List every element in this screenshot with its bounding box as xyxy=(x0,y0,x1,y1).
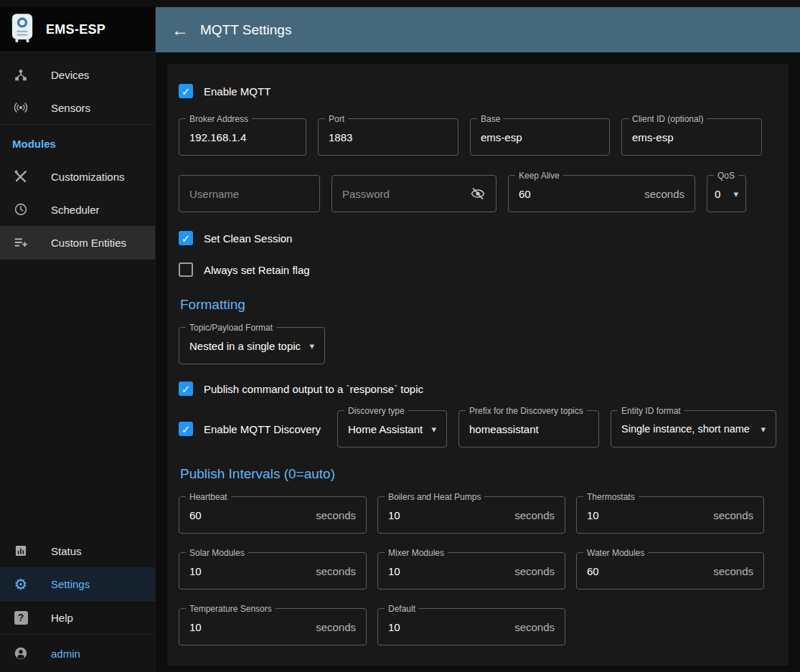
sidebar-item-label: Sensors xyxy=(51,102,90,114)
field-value: 1883 xyxy=(329,131,352,143)
clean-session-row[interactable]: ✓ Set Clean Session xyxy=(179,228,777,248)
client-id-field[interactable]: Client ID (optional) ems-esp xyxy=(621,118,762,156)
check-icon: ✓ xyxy=(182,86,191,97)
field-suffix: seconds xyxy=(514,621,555,633)
mixer-modules-interval-field[interactable]: Mixer Modules 10 seconds xyxy=(377,552,565,590)
sidebar-item-devices[interactable]: Devices xyxy=(0,58,155,91)
back-arrow-icon: ← xyxy=(171,20,189,40)
field-value: Nested in a single topic xyxy=(189,340,301,352)
sidebar-item-customizations[interactable]: Customizations xyxy=(0,160,155,193)
sidebar-item-settings[interactable]: ⚙ Settings xyxy=(0,567,155,600)
username-field[interactable]: Username xyxy=(179,175,320,212)
account-circle-icon xyxy=(12,645,29,662)
sidebar-item-label: Custom Entities xyxy=(51,237,126,249)
field-suffix: seconds xyxy=(514,565,555,577)
keep-alive-field[interactable]: Keep Alive 60 seconds xyxy=(508,175,695,212)
default-interval-field[interactable]: Default 10 seconds xyxy=(377,608,565,645)
sidebar-item-help[interactable]: ? Help xyxy=(0,601,155,634)
field-label: Boilers and Heat Pumps xyxy=(385,492,484,502)
page-title: MQTT Settings xyxy=(200,22,291,38)
custom-entities-icon xyxy=(12,234,29,251)
qos-select[interactable]: QoS 0 ▾ xyxy=(707,175,746,212)
field-label: Prefix for the Discovery topics xyxy=(466,406,587,416)
app-root: EMS-ESP Devices xyxy=(0,7,800,672)
clean-session-checkbox[interactable]: ✓ xyxy=(179,231,193,245)
heartbeat-interval-field[interactable]: Heartbeat 60 seconds xyxy=(179,496,367,534)
field-value: ems-esp xyxy=(481,131,522,143)
publish-response-checkbox[interactable]: ✓ xyxy=(179,382,193,396)
entity-id-format-select[interactable]: Entity ID format Single instance, short … xyxy=(611,410,776,448)
sidebar-item-custom-entities[interactable]: Custom Entities xyxy=(0,226,155,259)
password-field[interactable]: Password xyxy=(331,175,497,212)
broker-address-field[interactable]: Broker Address 192.168.1.4 xyxy=(179,118,306,156)
field-label: Discovery type xyxy=(344,406,408,416)
port-field[interactable]: Port 1883 xyxy=(318,118,458,156)
field-label: Port xyxy=(325,114,348,124)
devices-icon xyxy=(12,66,29,83)
chevron-down-icon: ▾ xyxy=(753,424,766,435)
discovery-type-select[interactable]: Discovery type Home Assistant ▾ xyxy=(337,410,447,448)
content-area: ✓ Enable MQTT Broker Address 192.168.1.4… xyxy=(156,52,800,672)
sidebar-item-label: Status xyxy=(51,545,82,557)
status-icon xyxy=(12,542,29,559)
sidebar-bottom: Status ⚙ Settings ? Help xyxy=(0,534,155,672)
enable-mqtt-row[interactable]: ✓ Enable MQTT xyxy=(179,81,777,101)
enable-mqtt-checkbox[interactable]: ✓ xyxy=(179,84,193,98)
chevron-down-icon: ▾ xyxy=(302,341,314,351)
publish-response-row[interactable]: ✓ Publish command output to a `response`… xyxy=(179,379,777,399)
retain-flag-checkbox[interactable] xyxy=(179,262,193,277)
sidebar: EMS-ESP Devices xyxy=(0,7,156,672)
thermostats-interval-field[interactable]: Thermostats 10 seconds xyxy=(576,496,764,534)
appbar: ← MQTT Settings xyxy=(156,7,800,52)
boilers-interval-field[interactable]: Boilers and Heat Pumps 10 seconds xyxy=(377,496,565,534)
field-value: 10 xyxy=(189,565,202,577)
field-value: 10 xyxy=(388,509,400,521)
field-label: Thermostats xyxy=(583,492,639,502)
sidebar-item-sensors[interactable]: Sensors xyxy=(0,91,155,124)
field-label: Broker Address xyxy=(186,114,252,124)
solar-modules-interval-field[interactable]: Solar Modules 10 seconds xyxy=(179,552,367,590)
field-suffix: seconds xyxy=(514,509,555,521)
field-value: 10 xyxy=(388,565,400,577)
topic-format-row: Topic/Payload Format Nested in a single … xyxy=(179,327,777,364)
toggle-password-visibility-button[interactable] xyxy=(470,186,486,202)
publish-intervals-grid: Heartbeat 60 seconds Boilers and Heat Pu… xyxy=(179,496,777,645)
chevron-down-icon: ▾ xyxy=(726,189,738,199)
sidebar-item-label: Settings xyxy=(51,578,90,590)
sidebar-item-status[interactable]: Status xyxy=(0,534,155,567)
field-label: QoS xyxy=(714,171,738,181)
temperature-sensors-interval-field[interactable]: Temperature Sensors 10 seconds xyxy=(179,608,367,645)
discovery-prefix-field[interactable]: Prefix for the Discovery topics homeassi… xyxy=(458,410,599,448)
field-suffix: seconds xyxy=(316,509,356,521)
field-value: 0 xyxy=(715,188,720,200)
field-label: Keep Alive xyxy=(515,171,563,181)
field-value: Single instance, short name xyxy=(621,423,750,435)
field-value: 10 xyxy=(189,621,202,633)
sidebar-item-label: Help xyxy=(51,612,73,624)
sidebar-item-scheduler[interactable]: Scheduler xyxy=(0,193,155,226)
water-modules-interval-field[interactable]: Water Modules 60 seconds xyxy=(576,552,764,590)
visibility-off-icon xyxy=(470,186,486,202)
back-button[interactable]: ← xyxy=(166,16,194,44)
retain-flag-label: Always set Retain flag xyxy=(204,264,310,276)
sidebar-user-admin[interactable]: admin xyxy=(0,635,155,672)
field-label: Topic/Payload Format xyxy=(186,323,276,333)
field-value: homeassistant xyxy=(469,423,539,435)
base-field[interactable]: Base ems-esp xyxy=(470,118,610,156)
field-suffix: seconds xyxy=(316,565,356,577)
sidebar-spacer xyxy=(0,260,155,534)
app-title: EMS-ESP xyxy=(46,22,105,37)
field-label: Heartbeat xyxy=(186,492,231,502)
discovery-row: ✓ Enable MQTT Discovery Discovery type H… xyxy=(179,410,777,448)
sidebar-nav: Devices Sensors Modules xyxy=(0,52,155,260)
field-suffix: seconds xyxy=(713,509,753,521)
enable-discovery-label: Enable MQTT Discovery xyxy=(204,423,321,435)
topic-format-select[interactable]: Topic/Payload Format Nested in a single … xyxy=(179,327,325,364)
field-placeholder: Password xyxy=(342,188,390,200)
connection-row-2: Username Password Keep Al xyxy=(179,175,777,212)
enable-discovery-checkbox[interactable]: ✓ xyxy=(179,422,193,436)
publish-intervals-heading: Publish Intervals (0=auto) xyxy=(180,466,777,482)
retain-flag-row[interactable]: Always set Retain flag xyxy=(179,260,777,280)
enable-discovery-row[interactable]: ✓ Enable MQTT Discovery xyxy=(179,419,337,439)
help-icon: ? xyxy=(12,609,29,626)
